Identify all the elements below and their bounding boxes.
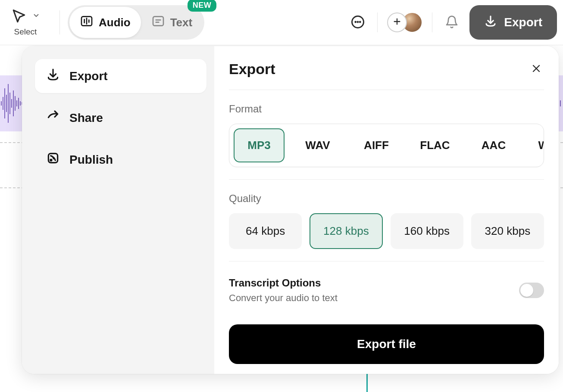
export-sheet: Export Share Publish Export Format <box>22 46 559 374</box>
select-tool[interactable]: Select <box>6 8 45 37</box>
divider <box>229 179 544 180</box>
plus-icon <box>392 17 402 28</box>
mode-audio[interactable]: Audio <box>69 7 141 38</box>
panel-title: Export <box>229 61 275 78</box>
nav-publish-label: Publish <box>69 153 113 167</box>
quality-320[interactable]: 320 kbps <box>471 213 544 249</box>
quality-64[interactable]: 64 kbps <box>229 213 302 249</box>
notifications-button[interactable] <box>442 12 462 32</box>
format-wav[interactable]: WAV <box>292 128 343 162</box>
waveform-icon <box>80 14 94 31</box>
format-label: Format <box>229 103 544 115</box>
quality-128[interactable]: 128 kbps <box>310 213 382 249</box>
mode-toggle: Audio Text NEW <box>68 5 204 40</box>
toggle-knob <box>520 284 533 297</box>
svg-point-8 <box>355 22 356 22</box>
svg-point-32 <box>50 159 52 161</box>
chat-button[interactable] <box>348 12 368 32</box>
mode-text-label: Text <box>170 16 193 29</box>
divider <box>59 10 60 34</box>
cursor-icon <box>11 8 27 25</box>
svg-rect-4 <box>153 16 163 25</box>
bell-icon <box>445 15 459 30</box>
format-mp3[interactable]: MP3 <box>234 128 285 162</box>
waveform-clip <box>0 75 24 131</box>
topbar-right: Export <box>348 5 557 40</box>
export-panel: Export Format MP3 WAV AIFF FLAC AAC WMA … <box>214 46 559 374</box>
select-tool-label: Select <box>14 27 37 37</box>
svg-point-9 <box>357 22 358 22</box>
divider <box>229 261 544 261</box>
sheet-sidebar: Export Share Publish <box>22 46 214 374</box>
new-badge: NEW <box>188 0 217 12</box>
close-icon <box>531 63 541 75</box>
collaborators[interactable] <box>387 12 422 33</box>
transcript-options: Transcript Options Convert your audio to… <box>229 277 544 304</box>
transcript-title: Transcript Options <box>229 277 338 289</box>
export-button[interactable]: Export <box>469 5 557 40</box>
format-aac[interactable]: AAC <box>468 128 519 162</box>
text-icon <box>151 14 165 31</box>
format-aiff[interactable]: AIFF <box>351 128 402 162</box>
quality-label: Quality <box>229 193 544 205</box>
transcript-toggle[interactable] <box>519 283 544 298</box>
quality-160[interactable]: 160 kbps <box>391 213 463 249</box>
publish-icon <box>46 151 60 168</box>
format-wma[interactable]: WMA <box>527 128 544 162</box>
export-file-button[interactable]: Export file <box>229 324 544 364</box>
chat-icon <box>350 14 366 31</box>
add-user-button[interactable] <box>387 12 407 32</box>
download-icon <box>46 68 60 84</box>
playhead[interactable] <box>366 371 368 392</box>
nav-export-label: Export <box>69 69 108 83</box>
nav-publish[interactable]: Publish <box>35 143 206 177</box>
divider <box>432 12 432 32</box>
svg-point-10 <box>360 22 361 22</box>
share-icon <box>46 109 60 126</box>
nav-export[interactable]: Export <box>35 59 206 93</box>
nav-share[interactable]: Share <box>35 101 206 135</box>
download-icon <box>484 15 497 31</box>
mode-audio-label: Audio <box>99 16 131 29</box>
divider <box>377 12 378 32</box>
quality-selector: 64 kbps 128 kbps 160 kbps 320 kbps <box>229 213 544 249</box>
format-selector: MP3 WAV AIFF FLAC AAC WMA <box>229 124 544 167</box>
chevron-down-icon <box>32 12 40 21</box>
export-button-label: Export <box>504 16 542 29</box>
transcript-subtitle: Convert your audio to text <box>229 292 338 304</box>
close-button[interactable] <box>529 62 544 77</box>
nav-share-label: Share <box>69 111 103 125</box>
top-toolbar: Select Audio Text NEW <box>0 0 563 45</box>
format-flac[interactable]: FLAC <box>410 128 460 162</box>
